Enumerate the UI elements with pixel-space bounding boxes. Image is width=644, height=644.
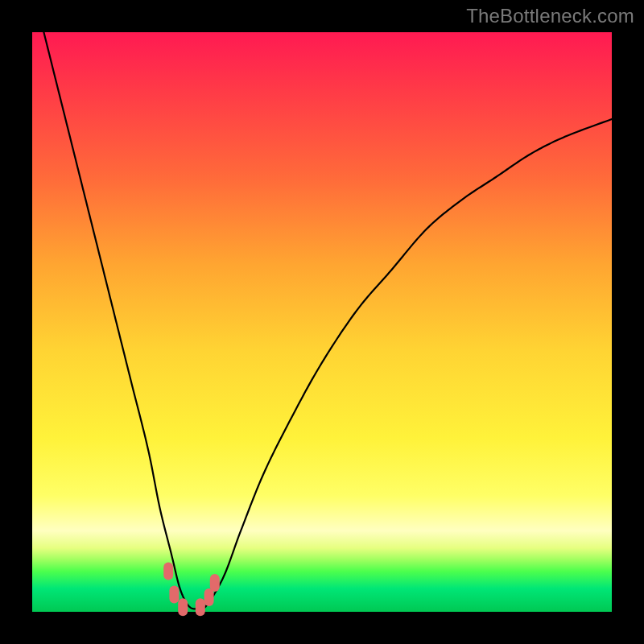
curve-marker [196, 598, 205, 616]
curve-marker [169, 585, 179, 603]
curve-marker [178, 598, 188, 616]
bottleneck-curve [43, 32, 612, 609]
plot-area [32, 32, 612, 612]
curve-layer [32, 32, 612, 612]
watermark-text: TheBottleneck.com [466, 5, 634, 27]
curve-marker [210, 574, 220, 592]
curve-marker [163, 563, 173, 580]
curve-marker [204, 588, 214, 606]
chart-frame: TheBottleneck.com [0, 0, 644, 644]
